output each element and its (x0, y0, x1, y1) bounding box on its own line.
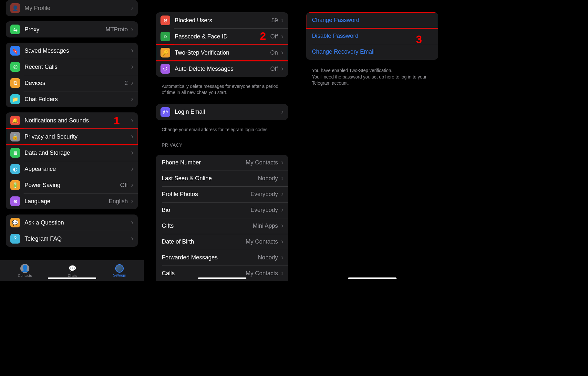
row-value: Off (270, 33, 278, 40)
row-auto-delete[interactable]: ⏱ Auto-Delete Messages Off › (156, 61, 288, 77)
chevron-right-icon: › (131, 25, 133, 34)
chevron-right-icon: › (281, 32, 284, 41)
chat-icon: 💬 (10, 218, 20, 227)
row-label: Chat Folders (25, 96, 129, 103)
battery-icon: 🔋 (10, 180, 20, 190)
row-profile-photos[interactable]: Profile Photos Everybody › (156, 186, 288, 202)
contacts-icon: 👤 (20, 264, 29, 273)
chevron-right-icon: › (281, 253, 284, 262)
chevron-right-icon: › (131, 132, 133, 141)
row-label: Recent Calls (25, 64, 129, 70)
row-label: Change Password (312, 17, 434, 24)
row-phone-number[interactable]: Phone Number My Contacts › (156, 155, 288, 171)
row-telegram-faq[interactable]: ? Telegram FAQ › (6, 231, 138, 247)
row-label: Telegram FAQ (25, 235, 129, 242)
row-label: Calls (162, 270, 246, 277)
globe-icon: ⊕ (10, 196, 20, 206)
privacy-security-screen: 2 ⊖ Blocked Users 59 › ⌾ Passcode & Face… (150, 0, 294, 281)
home-indicator[interactable] (348, 277, 397, 279)
row-label: Appearance (25, 166, 129, 172)
avatar-icon (115, 264, 124, 273)
row-value: Nobody (258, 254, 278, 261)
chevron-right-icon: › (281, 190, 284, 198)
tab-contacts[interactable]: 👤 Contacts (18, 264, 32, 277)
row-recent-calls[interactable]: ✆ Recent Calls › (6, 59, 138, 75)
row-label: Notifications and Sounds (25, 117, 129, 124)
footer-line1: You have enabled Two-Step verification. (312, 68, 432, 74)
timer-icon: ⏱ (160, 64, 170, 74)
row-label: Two-Step Verification (175, 49, 270, 56)
row-value: Everybody (251, 207, 278, 214)
chevron-right-icon: › (281, 269, 284, 277)
home-indicator[interactable] (48, 277, 96, 279)
two-step-footer: You have enabled Two-Step verification. … (306, 65, 438, 89)
chevron-right-icon: › (131, 116, 133, 125)
chevron-right-icon: › (131, 165, 133, 173)
row-label: Ask a Question (25, 219, 129, 226)
settings-screen: 👤 My Profile › ⇆ Proxy MTProto › 🔖 Saved… (0, 0, 144, 281)
row-power-saving[interactable]: 🔋 Power Saving Off › (6, 177, 138, 193)
profile-icon: 👤 (10, 3, 20, 13)
chevron-right-icon: › (281, 48, 284, 57)
row-language[interactable]: ⊕ Language English › (6, 193, 138, 209)
row-last-seen[interactable]: Last Seen & Online Nobody › (156, 171, 288, 186)
faceid-icon: ⌾ (160, 32, 170, 41)
chevron-right-icon: › (281, 174, 284, 183)
row-devices[interactable]: ⧉ Devices 2 › (6, 75, 138, 91)
chevron-right-icon: › (281, 65, 284, 73)
help-icon: ? (10, 234, 20, 244)
row-label: Date of Birth (162, 238, 246, 245)
chevron-right-icon: › (131, 47, 133, 55)
chevron-right-icon: › (131, 149, 133, 157)
tab-chats[interactable]: 💬 Chats (68, 264, 77, 277)
folder-icon: 📁 (10, 94, 20, 104)
row-label: Gifts (162, 223, 253, 229)
row-forwarded-messages[interactable]: Forwarded Messages Nobody › (156, 250, 288, 266)
row-bio[interactable]: Bio Everybody › (156, 202, 288, 218)
row-saved-messages[interactable]: 🔖 Saved Messages › (6, 43, 138, 59)
lock-icon: 🔒 (10, 132, 20, 141)
blocked-icon: ⊖ (160, 16, 170, 25)
tab-settings[interactable]: Settings (113, 264, 126, 277)
row-label: Proxy (25, 26, 106, 33)
row-chat-folders[interactable]: 📁 Chat Folders › (6, 91, 138, 107)
row-my-profile[interactable]: 👤 My Profile › (6, 0, 138, 16)
row-change-password[interactable]: Change Password (306, 12, 438, 28)
phone-icon: ✆ (10, 62, 20, 72)
row-label: Language (25, 198, 109, 205)
row-change-recovery-email[interactable]: Change Recovery Email (306, 44, 438, 60)
row-notifications[interactable]: 🔔 Notifications and Sounds › (6, 112, 138, 129)
row-label: Auto-Delete Messages (175, 66, 270, 72)
proxy-icon: ⇆ (10, 25, 20, 34)
row-ask-question[interactable]: 💬 Ask a Question › (6, 214, 138, 231)
row-gifts[interactable]: Gifts Mini Apps › (156, 218, 288, 234)
row-value: My Contacts (246, 270, 278, 277)
row-value: Off (270, 66, 278, 72)
row-label: Privacy and Security (25, 133, 129, 140)
row-date-of-birth[interactable]: Date of Birth My Contacts › (156, 234, 288, 250)
row-blocked-users[interactable]: ⊖ Blocked Users 59 › (156, 12, 288, 28)
row-appearance[interactable]: ◐ Appearance › (6, 161, 138, 177)
chevron-right-icon: › (281, 108, 284, 116)
bookmark-icon: 🔖 (10, 46, 20, 56)
row-login-email[interactable]: @ Login Email › (156, 104, 288, 120)
row-two-step-verification[interactable]: 🔑 Two-Step Verification On › (156, 45, 288, 61)
row-value: Off (120, 182, 128, 189)
row-passcode-faceid[interactable]: ⌾ Passcode & Face ID Off › (156, 28, 288, 45)
home-indicator[interactable] (198, 277, 246, 279)
row-data-storage[interactable]: ≣ Data and Storage › (6, 145, 138, 161)
row-label: Saved Messages (25, 47, 129, 54)
row-proxy[interactable]: ⇆ Proxy MTProto › (6, 21, 138, 37)
two-step-verification-screen: 3 Change Password Disable Password Chang… (300, 0, 444, 281)
auto-delete-footer: Automatically delete messages for everyo… (156, 82, 288, 99)
row-label: Disable Password (312, 33, 434, 39)
row-privacy-security[interactable]: 🔒 Privacy and Security › (6, 129, 138, 145)
chevron-right-icon: › (281, 158, 284, 167)
tab-label: Chats (68, 274, 77, 277)
chevron-right-icon: › (131, 79, 133, 87)
privacy-section-header: PRIVACY (156, 136, 288, 150)
chevron-right-icon: › (131, 181, 133, 189)
row-disable-password[interactable]: Disable Password (306, 28, 438, 44)
email-icon: @ (160, 107, 170, 117)
row-label: Profile Photos (162, 191, 251, 198)
